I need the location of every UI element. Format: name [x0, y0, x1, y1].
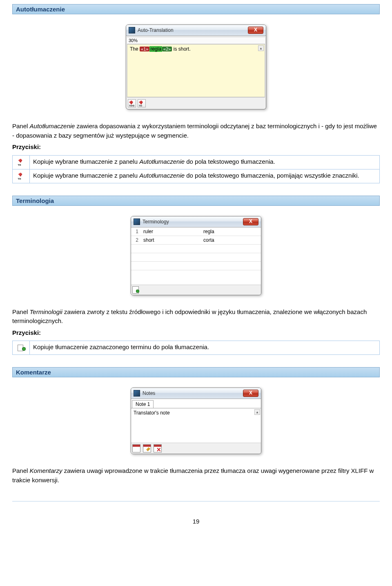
section-header-auto: Autotłumaczenie [12, 4, 380, 14]
window-title: Terminology [143, 219, 169, 225]
auto-buttons-table: Kopiuje wybrane tłumaczenie z panelu Aut… [12, 155, 380, 183]
tag-open: «1» [140, 47, 149, 51]
copy-no-tags-icon [18, 172, 25, 179]
copy-with-tags-icon[interactable]: TR⟲ [128, 99, 136, 107]
copy-no-tags-icon[interactable]: TR [138, 99, 146, 107]
notes-screenshot: Notes X Note 1 Translator's note ▲ [12, 388, 380, 454]
app-icon [129, 27, 135, 33]
source-term: short [141, 236, 201, 244]
segment-text-tail: is short. [172, 46, 190, 52]
copy-term-icon [18, 343, 25, 351]
note-tab[interactable]: Note 1 [132, 400, 154, 408]
window-titlebar: Notes X [131, 388, 261, 399]
close-icon[interactable]: X [243, 218, 258, 225]
row-index: 2 [131, 236, 141, 244]
note-content[interactable]: Translator's note ▲ [131, 408, 261, 443]
section-header-terminology: Terminologia [12, 196, 380, 206]
btn-desc: Kopiuje wybrane tłumaczenie z panelu Aut… [30, 169, 380, 183]
window-title: Notes [143, 390, 155, 396]
scroll-up-icon[interactable]: ▲ [254, 409, 260, 415]
copy-term-icon[interactable] [132, 286, 139, 294]
auto-desc: Panel Autotłumaczenie zawiera dopasowani… [12, 122, 380, 140]
edit-note-icon[interactable] [143, 444, 151, 452]
scroll-up-icon[interactable]: ▲ [258, 45, 264, 51]
btn-desc: Kopiuje tłumaczenie zaznaczonego terminu… [30, 341, 380, 355]
buttons-label: Przyciski: [12, 143, 380, 152]
auto-translation-screenshot: Auto-Translation X 30% The «1»regla«2» i… [12, 25, 380, 109]
page-number: 19 [12, 518, 380, 525]
note-text: Translator's note [134, 410, 170, 416]
term-buttons-table: Kopiuje tłumaczenie zaznaczonego terminu… [12, 341, 380, 355]
source-term: ruler [141, 227, 201, 236]
terminology-screenshot: Terminology X 1 ruler regla 2 short cort… [12, 216, 380, 295]
segment-text: The [130, 46, 140, 52]
footer-separator [12, 501, 380, 501]
term-desc: Panel Terminologii zawiera zwroty z teks… [12, 307, 380, 326]
table-row[interactable]: 2 short corta [131, 236, 261, 244]
close-icon[interactable]: X [243, 390, 258, 397]
target-term: regla [201, 227, 261, 236]
section-header-notes: Komentarze [12, 367, 380, 377]
app-icon [134, 218, 140, 225]
add-note-icon[interactable] [132, 444, 140, 452]
target-term: corta [201, 236, 261, 244]
delete-note-icon[interactable] [154, 444, 162, 452]
tag-close: «2» [162, 47, 172, 51]
table-row: Kopiuje wybrane tłumaczenie z panelu Aut… [13, 169, 380, 183]
window-titlebar: Terminology X [131, 216, 261, 227]
table-row: Kopiuje tłumaczenie zaznaczonego terminu… [13, 341, 380, 355]
translation-preview: The «1»regla«2» is short. ▲ [127, 44, 265, 97]
terminology-table: 1 ruler regla 2 short corta [131, 227, 261, 270]
buttons-label: Przyciski: [12, 328, 380, 338]
window-title: Auto-Translation [138, 27, 174, 33]
match-percent: 30% [127, 37, 265, 44]
app-icon [134, 390, 140, 397]
notes-desc: Panel Komentarzy zawiera uwagi wprowadzo… [12, 466, 380, 485]
close-icon[interactable]: X [248, 27, 263, 34]
btn-desc: Kopiuje wybrane tłumaczenie z panelu Aut… [30, 155, 380, 169]
copy-with-tags-icon [18, 158, 25, 165]
table-row: Kopiuje wybrane tłumaczenie z panelu Aut… [13, 155, 380, 169]
table-row[interactable]: 1 ruler regla [131, 227, 261, 236]
term-highlight: regla [149, 46, 162, 52]
row-index: 1 [131, 227, 141, 236]
window-titlebar: Auto-Translation X [126, 25, 266, 36]
